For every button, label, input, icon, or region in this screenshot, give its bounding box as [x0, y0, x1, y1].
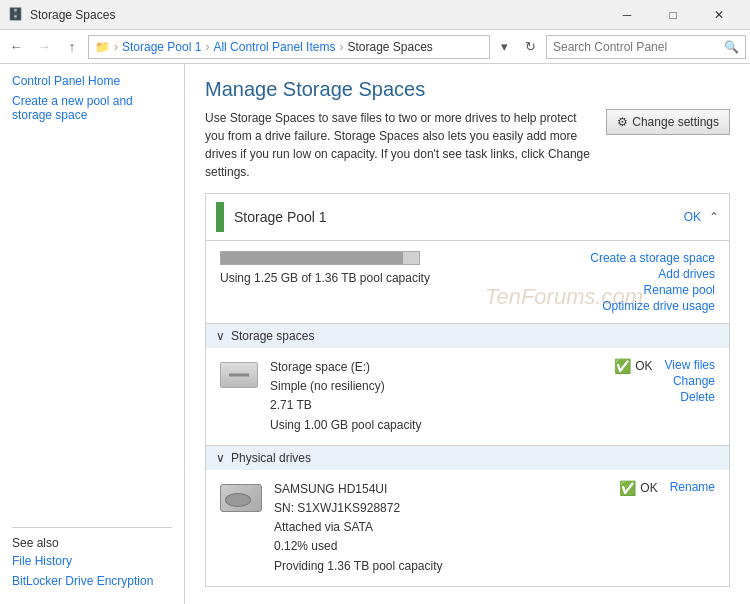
- physical-drive-name: SAMSUNG HD154UI: [274, 480, 607, 499]
- search-box: 🔍: [546, 35, 746, 59]
- sidebar-link-bitlocker[interactable]: BitLocker Drive Encryption: [12, 574, 172, 588]
- optimize-drive-link[interactable]: Optimize drive usage: [590, 299, 715, 313]
- see-also-title: See also: [12, 536, 172, 550]
- hdd-icon: [220, 484, 262, 512]
- storage-space-row: Storage space (E:) Simple (no resiliency…: [220, 358, 715, 435]
- sidebar-link-home[interactable]: Control Panel Home: [12, 74, 172, 88]
- storage-space-status-label: OK: [635, 359, 652, 373]
- change-settings-label: Change settings: [632, 115, 719, 129]
- content-area: TenForums.com Manage Storage Spaces Use …: [185, 64, 750, 604]
- physical-drive-details: SAMSUNG HD154UI SN: S1XWJ1KS928872 Attac…: [274, 480, 607, 576]
- pool-color-bar: [216, 202, 224, 232]
- title-bar-title: Storage Spaces: [30, 8, 604, 22]
- sidebar-link-file-history[interactable]: File History: [12, 554, 172, 568]
- breadcrumb-all-items[interactable]: All Control Panel Items: [213, 40, 335, 54]
- physical-drive-status-label: OK: [640, 481, 657, 495]
- usage-text: Using 1.25 GB of 1.36 TB pool capacity: [220, 271, 430, 285]
- physical-drives-content: SAMSUNG HD154UI SN: S1XWJ1KS928872 Attac…: [206, 470, 729, 586]
- breadcrumb: 📁 › Storage Pool 1 › All Control Panel I…: [88, 35, 490, 59]
- storage-space-type: Simple (no resiliency): [270, 377, 602, 396]
- physical-drive-row: SAMSUNG HD154UI SN: S1XWJ1KS928872 Attac…: [220, 480, 715, 576]
- rename-drive-link[interactable]: Rename: [670, 480, 715, 494]
- address-dropdown-button[interactable]: ▾: [494, 35, 514, 59]
- storage-space-status: ✅ OK: [614, 358, 652, 374]
- change-settings-button[interactable]: ⚙ Change settings: [606, 109, 730, 135]
- physical-drive-usage: 0.12% used: [274, 537, 607, 556]
- refresh-button[interactable]: ↻: [518, 35, 542, 59]
- physical-status-ok-icon: ✅: [619, 480, 636, 496]
- storage-pool-panel: Storage Pool 1 OK ⌃ Using 1.25 GB of 1.3…: [205, 193, 730, 587]
- create-storage-space-link[interactable]: Create a storage space: [590, 251, 715, 265]
- view-files-link[interactable]: View files: [665, 358, 715, 372]
- app-icon: 🗄️: [8, 7, 24, 23]
- pool-name: Storage Pool 1: [234, 209, 684, 225]
- storage-spaces-section-header[interactable]: ∨ Storage spaces: [206, 323, 729, 348]
- storage-space-usage: Using 1.00 GB pool capacity: [270, 416, 602, 435]
- status-ok-icon: ✅: [614, 358, 631, 374]
- sidebar-see-also: See also File History BitLocker Drive En…: [12, 527, 172, 594]
- folder-icon: 📁: [95, 40, 110, 54]
- description-row: Use Storage Spaces to save files to two …: [205, 109, 730, 181]
- close-button[interactable]: ✕: [696, 0, 742, 30]
- minimize-button[interactable]: ─: [604, 0, 650, 30]
- storage-spaces-label: Storage spaces: [231, 329, 314, 343]
- rename-pool-link[interactable]: Rename pool: [590, 283, 715, 297]
- address-bar: ← → ↑ 📁 › Storage Pool 1 › All Control P…: [0, 30, 750, 64]
- breadcrumb-current: Storage Spaces: [347, 40, 432, 54]
- usage-bar-container: [220, 251, 420, 265]
- pool-header: Storage Pool 1 OK ⌃: [206, 194, 729, 241]
- physical-drives-label: Physical drives: [231, 451, 311, 465]
- breadcrumb-control-panel[interactable]: Storage Pool 1: [122, 40, 201, 54]
- maximize-button[interactable]: □: [650, 0, 696, 30]
- storage-space-name: Storage space (E:): [270, 358, 602, 377]
- main-layout: Control Panel Home Create a new pool and…: [0, 64, 750, 604]
- storage-space-details: Storage space (E:) Simple (no resiliency…: [270, 358, 602, 435]
- up-button[interactable]: ↑: [60, 35, 84, 59]
- add-drives-link[interactable]: Add drives: [590, 267, 715, 281]
- change-link[interactable]: Change: [665, 374, 715, 388]
- search-input[interactable]: [553, 40, 724, 54]
- storage-space-icon: [220, 362, 258, 388]
- settings-icon: ⚙: [617, 115, 628, 129]
- physical-drive-sn: SN: S1XWJ1KS928872: [274, 499, 607, 518]
- physical-drives-section-header[interactable]: ∨ Physical drives: [206, 445, 729, 470]
- pool-status: OK: [684, 210, 701, 224]
- page-title: Manage Storage Spaces: [205, 78, 730, 101]
- pool-usage: Using 1.25 GB of 1.36 TB pool capacity C…: [206, 241, 729, 323]
- sidebar: Control Panel Home Create a new pool and…: [0, 64, 185, 604]
- forward-button[interactable]: →: [32, 35, 56, 59]
- back-button[interactable]: ←: [4, 35, 28, 59]
- storage-space-actions: View files Change Delete: [665, 358, 715, 404]
- search-icon: 🔍: [724, 40, 739, 54]
- physical-drive-capacity: Providing 1.36 TB pool capacity: [274, 557, 607, 576]
- physical-drive-connection: Attached via SATA: [274, 518, 607, 537]
- physical-drive-actions: Rename: [670, 480, 715, 494]
- pool-usage-info: Using 1.25 GB of 1.36 TB pool capacity: [220, 251, 570, 285]
- title-bar-buttons: ─ □ ✕: [604, 0, 742, 30]
- delete-link[interactable]: Delete: [665, 390, 715, 404]
- title-bar: 🗄️ Storage Spaces ─ □ ✕: [0, 0, 750, 30]
- storage-space-size: 2.71 TB: [270, 396, 602, 415]
- page-description: Use Storage Spaces to save files to two …: [205, 109, 594, 181]
- storage-spaces-content: Storage space (E:) Simple (no resiliency…: [206, 348, 729, 445]
- storage-spaces-chevron-icon: ∨: [216, 329, 225, 343]
- usage-bar-fill: [221, 252, 403, 264]
- sidebar-link-create[interactable]: Create a new pool and storage space: [12, 94, 172, 122]
- physical-drives-chevron-icon: ∨: [216, 451, 225, 465]
- pool-actions: Create a storage space Add drives Rename…: [590, 251, 715, 313]
- pool-chevron-icon[interactable]: ⌃: [709, 210, 719, 224]
- physical-drive-status: ✅ OK: [619, 480, 657, 496]
